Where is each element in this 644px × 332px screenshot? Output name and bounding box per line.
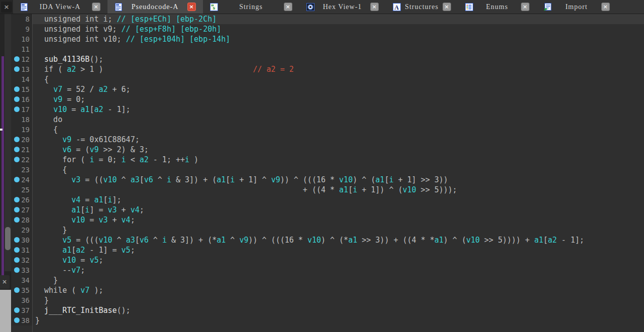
navigation-band[interactable] bbox=[2, 56, 4, 275]
breakpoint-dot[interactable] bbox=[14, 157, 20, 162]
code-line[interactable]: j___RTC_InitBase(); bbox=[32, 305, 644, 315]
breakpoint-dot[interactable] bbox=[14, 257, 20, 263]
pseudocode-view[interactable]: 8 unsigned int i; // [esp+ECh] [ebp-2Ch]… bbox=[11, 14, 644, 332]
code-line[interactable]: v10 = v3 + v4; bbox=[32, 215, 644, 225]
breakpoint-dot[interactable] bbox=[14, 237, 20, 243]
gutter-cell[interactable]: 11 bbox=[11, 44, 32, 54]
gutter-cell[interactable]: 16 bbox=[11, 94, 32, 104]
code-line[interactable]: v3 = ((v10 ^ a3[v6 ^ i & 3]) + (a1[i + 1… bbox=[32, 175, 644, 185]
gutter-cell[interactable]: 20 bbox=[11, 135, 32, 145]
breakpoint-dot[interactable] bbox=[14, 96, 20, 102]
code-line[interactable]: } bbox=[32, 225, 644, 235]
gutter-cell[interactable]: 10 bbox=[11, 34, 32, 44]
code-line[interactable]: --v7; bbox=[32, 265, 644, 275]
gutter-cell[interactable]: 37 bbox=[11, 305, 32, 315]
code-line[interactable]: a1[a2 - 1] = v5; bbox=[32, 245, 644, 255]
breakpoint-dot[interactable] bbox=[14, 56, 20, 62]
code-line[interactable] bbox=[32, 44, 644, 54]
code-line[interactable]: v7 = 52 / a2 + 6; bbox=[32, 84, 644, 94]
gutter-cell[interactable]: 13 bbox=[11, 64, 32, 74]
gutter-cell[interactable]: 12 bbox=[11, 54, 32, 64]
tab-close-button[interactable]: × bbox=[601, 3, 610, 11]
code-line[interactable]: unsigned int i; // [esp+ECh] [ebp-2Ch] bbox=[32, 14, 644, 24]
tab-ida-view-a[interactable]: IDA View-A× bbox=[13, 0, 108, 14]
tab-strings[interactable]: sStrings× bbox=[203, 0, 299, 14]
gutter-cell[interactable]: 18 bbox=[11, 115, 32, 125]
gutter-cell[interactable]: 38 bbox=[11, 315, 32, 325]
breakpoint-dot[interactable] bbox=[14, 267, 20, 273]
gutter-cell[interactable]: 25 bbox=[11, 185, 32, 195]
breakpoint-dot[interactable] bbox=[14, 307, 20, 313]
code-line[interactable]: v6 = (v9 >> 2) & 3; bbox=[32, 145, 644, 155]
code-line[interactable]: for ( i = 0; i < a2 - 1; ++i ) bbox=[32, 155, 644, 165]
tab-structures[interactable]: AStructures× bbox=[386, 0, 458, 14]
gutter-cell[interactable]: 21 bbox=[11, 145, 32, 155]
code-line[interactable]: v10 = a1[a2 - 1]; bbox=[32, 104, 644, 115]
gutter-cell[interactable]: 35 bbox=[11, 285, 32, 295]
gutter-cell[interactable]: 31 bbox=[11, 245, 32, 255]
gutter-cell[interactable]: 28 bbox=[11, 215, 32, 225]
code-line[interactable]: unsigned int v9; // [esp+F8h] [ebp-20h] bbox=[32, 24, 644, 34]
tab-pseudocode-a[interactable]: Pseudocode-A× bbox=[108, 0, 203, 14]
tab-import[interactable]: Import× bbox=[536, 0, 617, 14]
breakpoint-dot[interactable] bbox=[14, 317, 20, 323]
code-line[interactable]: v5 = (((v10 ^ a3[v6 ^ i & 3]) + (*a1 ^ v… bbox=[32, 235, 644, 245]
gutter-cell[interactable]: 24 bbox=[11, 175, 32, 185]
gutter-cell[interactable]: 34 bbox=[11, 275, 32, 285]
gutter-cell[interactable]: 22 bbox=[11, 155, 32, 165]
code-line[interactable]: { bbox=[32, 125, 644, 135]
gutter-cell[interactable]: 29 bbox=[11, 225, 32, 235]
breakpoint-dot[interactable] bbox=[14, 287, 20, 293]
gutter-cell[interactable]: 14 bbox=[11, 74, 32, 84]
gutter-cell[interactable]: 15 bbox=[11, 84, 32, 94]
gutter-cell[interactable]: 36 bbox=[11, 295, 32, 305]
code-line[interactable]: v9 = 0; bbox=[32, 94, 644, 104]
code-line[interactable]: } bbox=[32, 275, 644, 285]
breakpoint-dot[interactable] bbox=[14, 147, 20, 152]
code-line[interactable]: a1[i] = v3 + v4; bbox=[32, 205, 644, 215]
code-line[interactable]: + ((4 * a1[i + 1]) ^ (v10 >> 5))); bbox=[32, 185, 644, 195]
code-line[interactable]: while ( v7 ); bbox=[32, 285, 644, 295]
breakpoint-dot[interactable] bbox=[14, 197, 20, 202]
breakpoint-dot[interactable] bbox=[14, 86, 20, 92]
code-line[interactable]: v10 = v5; bbox=[32, 255, 644, 265]
gutter-cell[interactable]: 8 bbox=[11, 14, 32, 24]
breakpoint-dot[interactable] bbox=[14, 106, 20, 112]
code-line[interactable]: v4 = a1[i]; bbox=[32, 195, 644, 205]
breakpoint-dot[interactable] bbox=[14, 247, 20, 253]
gutter-cell[interactable]: 9 bbox=[11, 24, 32, 34]
code-line[interactable]: v9 -= 0x61C88647; bbox=[32, 135, 644, 145]
code-line[interactable]: } bbox=[32, 315, 644, 325]
tab-close-button[interactable]: × bbox=[187, 3, 196, 11]
gutter-cell[interactable]: 27 bbox=[11, 205, 32, 215]
code-line[interactable]: do bbox=[32, 115, 644, 125]
gutter-cell[interactable]: 32 bbox=[11, 255, 32, 265]
dock-close-button[interactable]: × bbox=[0, 275, 10, 289]
tab-close-button[interactable]: × bbox=[92, 3, 100, 11]
tab-close-button[interactable]: × bbox=[284, 3, 292, 11]
gutter-cell[interactable]: 23 bbox=[11, 165, 32, 175]
vertical-scrollbar-thumb[interactable] bbox=[5, 227, 11, 250]
gutter-cell[interactable]: 17 bbox=[11, 104, 32, 115]
breakpoint-dot[interactable] bbox=[14, 66, 20, 72]
code-line[interactable]: unsigned int v10; // [esp+104h] [ebp-14h… bbox=[32, 34, 644, 44]
gutter-cell[interactable]: 30 bbox=[11, 235, 32, 245]
gutter-cell[interactable]: 26 bbox=[11, 195, 32, 205]
tab-close-button[interactable]: × bbox=[521, 3, 529, 11]
tab-close-button[interactable]: × bbox=[443, 3, 451, 11]
gutter-cell[interactable]: 33 bbox=[11, 265, 32, 275]
tab-hex-view-1[interactable]: Hex View-1× bbox=[299, 0, 386, 14]
code-line[interactable]: } bbox=[32, 295, 644, 305]
code-line[interactable]: sub_41136B(); bbox=[32, 54, 644, 64]
breakpoint-dot[interactable] bbox=[14, 177, 20, 182]
panel-close-button[interactable]: × bbox=[1, 2, 12, 13]
breakpoint-dot[interactable] bbox=[14, 207, 20, 212]
breakpoint-dot[interactable] bbox=[14, 137, 20, 142]
tab-close-button[interactable]: × bbox=[370, 3, 379, 11]
code-line[interactable]: { bbox=[32, 165, 644, 175]
tab-enums[interactable]: Enums× bbox=[458, 0, 536, 14]
code-line[interactable]: { bbox=[32, 74, 644, 84]
breakpoint-dot[interactable] bbox=[14, 217, 20, 223]
gutter-cell[interactable]: 19 bbox=[11, 125, 32, 135]
code-line[interactable]: if ( a2 > 1 ) // a2 = 2 bbox=[32, 64, 644, 74]
